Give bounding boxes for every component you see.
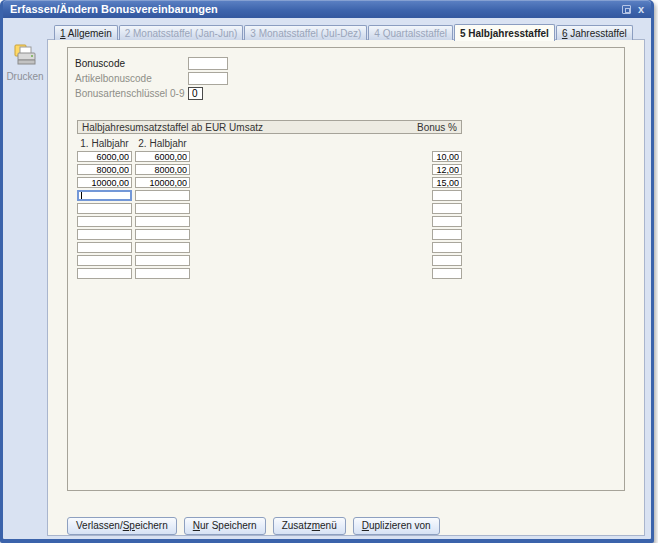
staffel-row	[77, 216, 462, 227]
staffel-h2-input[interactable]	[135, 164, 190, 175]
tab-allgemein[interactable]: 1 Allgemein	[54, 25, 118, 40]
col1-label: 1. Halbjahr	[77, 138, 132, 149]
bonuscode-input[interactable]	[188, 57, 228, 70]
staffel-h2-input[interactable]	[135, 229, 190, 240]
artikelbonuscode-label: Artikelbonuscode	[75, 73, 188, 84]
staffel-row	[77, 151, 462, 162]
tab-monatsstaffel-jul-dez: 3 Monatsstaffel (Jul-Dez)	[244, 25, 367, 40]
staffel-row	[77, 268, 462, 279]
staffel-h2-input[interactable]	[135, 151, 190, 162]
duplicate-from-button[interactable]: Duplizieren von	[353, 517, 440, 535]
active-cell-wrap	[77, 190, 132, 201]
staffel-header-bar: Halbjahresumsatzstaffel ab EUR Umsatz Bo…	[77, 120, 462, 134]
tab-quartalsstaffel: 4 Quartalsstaffel	[368, 25, 453, 40]
bonusart-row: Bonusartenschlüssel 0-9	[75, 86, 624, 100]
staffel-h2-input[interactable]	[135, 190, 190, 201]
staffel-bonus-input[interactable]	[432, 255, 462, 266]
staffel-row	[77, 229, 462, 240]
staffel-h1-input[interactable]	[77, 203, 132, 214]
bonusart-input[interactable]	[188, 87, 203, 100]
bonusart-label: Bonusartenschlüssel 0-9	[75, 88, 188, 99]
staffel-header-right: Bonus %	[417, 122, 457, 133]
staffel-bonus-input[interactable]	[432, 268, 462, 279]
staffel-bonus-input[interactable]	[432, 164, 462, 175]
dialog-window: Erfassen/Ändern Bonusvereinbarungen x Dr…	[0, 0, 654, 543]
save-exit-button[interactable]: Verlassen/Speichern	[67, 517, 177, 535]
staffel-h2-input[interactable]	[135, 242, 190, 253]
staffel-h2-input[interactable]	[135, 203, 190, 214]
staffel-bonus-input[interactable]	[432, 229, 462, 240]
staffel-h2-input[interactable]	[135, 268, 190, 279]
staffel-h2-input[interactable]	[135, 177, 190, 188]
print-button-label: Drucken	[6, 71, 43, 82]
window-content: Drucken 1 Allgemein 2 Monatsstaffel (Jan…	[3, 18, 651, 539]
staffel-table	[75, 151, 624, 279]
staffel-row	[77, 164, 462, 175]
window-title: Erfassen/Ändern Bonusvereinbarungen	[10, 3, 218, 15]
staffel-row	[77, 255, 462, 266]
staffel-h1-input[interactable]	[77, 229, 132, 240]
staffel-h1-input-active[interactable]	[77, 190, 132, 201]
staffel-bonus-input[interactable]	[432, 177, 462, 188]
print-button[interactable]: Drucken	[6, 44, 43, 82]
bonuscode-label: Bonuscode	[75, 58, 188, 69]
tab-monatsstaffel-jan-jun: 2 Monatsstaffel (Jan-Jun)	[119, 25, 244, 40]
staffel-bonus-input[interactable]	[432, 203, 462, 214]
artikelbonuscode-input[interactable]	[188, 72, 228, 85]
tab-bar: 1 Allgemein 2 Monatsstaffel (Jan-Jun) 3 …	[47, 24, 645, 40]
staffel-bonus-input[interactable]	[432, 216, 462, 227]
bonuscode-row: Bonuscode	[75, 56, 624, 70]
staffel-bonus-input[interactable]	[432, 242, 462, 253]
restore-window-icon[interactable]	[622, 5, 631, 14]
staffel-column-labels: 1. Halbjahr 2. Halbjahr	[77, 138, 462, 149]
text-caret	[81, 192, 82, 199]
save-only-button[interactable]: Nur Speichern	[184, 517, 266, 535]
staffel-h1-input[interactable]	[77, 255, 132, 266]
staffel-h1-input[interactable]	[77, 177, 132, 188]
staffel-bonus-input[interactable]	[432, 151, 462, 162]
col2-label: 2. Halbjahr	[135, 138, 190, 149]
staffel-row	[77, 203, 462, 214]
artikelbonuscode-row: Artikelbonuscode	[75, 71, 624, 85]
staffel-row	[77, 177, 462, 188]
tab-halbjahresstaffel[interactable]: 5 Halbjahresstaffel	[454, 24, 555, 41]
staffel-row	[77, 242, 462, 253]
staffel-h2-input[interactable]	[135, 216, 190, 227]
button-bar: Verlassen/Speichern Nur Speichern Zusatz…	[67, 517, 625, 535]
window-controls: x	[622, 4, 644, 14]
staffel-h1-input[interactable]	[77, 164, 132, 175]
tab-panel: Bonuscode Artikelbonuscode Bonusartensch…	[47, 39, 645, 536]
form-groupbox: Bonuscode Artikelbonuscode Bonusartensch…	[67, 47, 625, 491]
staffel-h1-input[interactable]	[77, 242, 132, 253]
staffel-h1-input[interactable]	[77, 268, 132, 279]
tab-jahresstaffel[interactable]: 6 Jahresstaffel	[556, 25, 633, 40]
staffel-h1-input[interactable]	[77, 216, 132, 227]
sidebar: Drucken	[3, 18, 47, 539]
main-area: 1 Allgemein 2 Monatsstaffel (Jan-Jun) 3 …	[47, 18, 651, 539]
staffel-row	[77, 190, 462, 201]
close-icon[interactable]: x	[638, 4, 644, 14]
printer-icon	[12, 44, 39, 67]
staffel-bonus-input[interactable]	[432, 190, 462, 201]
staffel-header-left: Halbjahresumsatzstaffel ab EUR Umsatz	[82, 122, 263, 133]
staffel-h1-input[interactable]	[77, 151, 132, 162]
extras-menu-button[interactable]: Zusatzmenü	[273, 517, 346, 535]
staffel-h2-input[interactable]	[135, 255, 190, 266]
title-bar: Erfassen/Ändern Bonusvereinbarungen x	[3, 0, 651, 18]
